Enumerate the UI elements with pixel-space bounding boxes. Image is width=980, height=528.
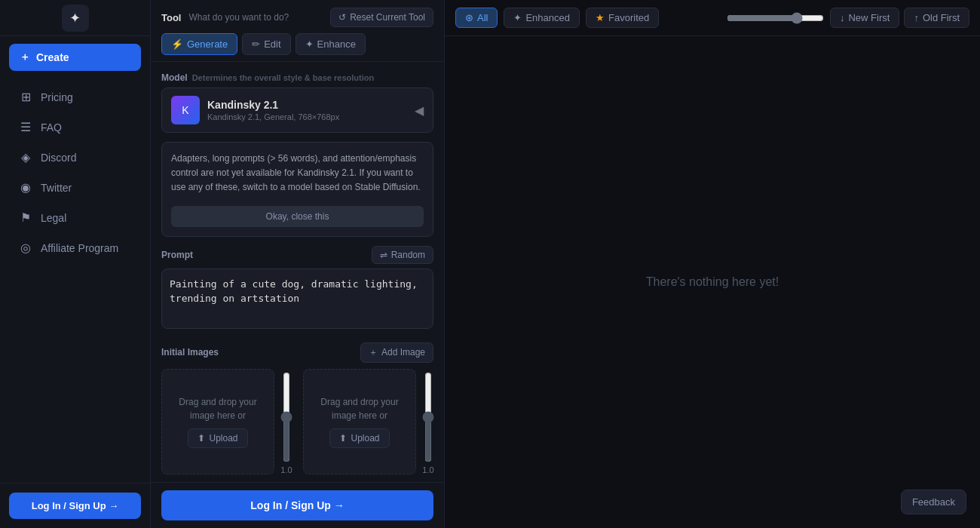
slot-slider-container-0: 1.0 <box>279 369 294 477</box>
prompt-textarea[interactable]: Painting of a cute dog, dramatic lightin… <box>161 269 433 329</box>
sidebar-login-label: Log In / Sign Up → <box>32 500 119 511</box>
model-avatar-letter: K <box>182 104 188 116</box>
content-toolbar: ⊛All✦Enhanced★Favorited↓New First↑Old Fi… <box>445 0 980 36</box>
sidebar-item-label-discord: Discord <box>41 152 76 164</box>
content-empty: There's nothing here yet! <box>445 36 980 528</box>
image-slots-container: Drag and drop your image here or ⬆ Uploa… <box>161 369 433 477</box>
reset-icon: ↺ <box>338 12 346 23</box>
enhanced-icon: ✦ <box>513 12 522 23</box>
new-first-icon: ↓ <box>840 12 845 23</box>
faq-icon: ☰ <box>18 120 33 134</box>
model-avatar: K <box>171 96 200 124</box>
main-login-label: Log In / Sign Up → <box>250 499 344 511</box>
toolbar: Tool What do you want to do? ↺ Reset Cur… <box>151 0 444 62</box>
image-slot-1[interactable]: Drag and drop your image here or ⬆ Uploa… <box>303 369 416 474</box>
upload-button-1[interactable]: ⬆ Upload <box>329 428 389 448</box>
sidebar-item-label-legal: Legal <box>41 212 66 224</box>
create-button[interactable]: ＋ Create <box>9 44 141 71</box>
upload-icon-1: ⬆ <box>339 433 347 444</box>
sidebar-item-legal[interactable]: ⚑ Legal <box>6 203 144 232</box>
sidebar-item-pricing[interactable]: ⊞ Pricing <box>6 82 144 112</box>
sidebar-item-label-pricing: Pricing <box>41 91 73 103</box>
feedback-label: Feedback <box>912 496 955 508</box>
main-panel: Tool What do you want to do? ↺ Reset Cur… <box>151 0 445 528</box>
model-section-label: Model Determines the overall style & bas… <box>161 72 433 83</box>
sort-old-first-button[interactable]: ↑Old First <box>904 8 969 28</box>
sidebar-footer: Log In / Sign Up → <box>0 483 150 528</box>
sidebar-logo: ✦ <box>0 0 150 36</box>
favorited-icon: ★ <box>596 12 605 23</box>
toolbar-top: Tool What do you want to do? ↺ Reset Cur… <box>161 8 433 27</box>
toolbar-actions: ⚡Generate✏Edit✦Enhance <box>161 33 433 55</box>
enhance-icon: ✦ <box>305 38 314 50</box>
sort-new-first-button[interactable]: ↓New First <box>830 8 899 28</box>
upload-icon-0: ⬆ <box>198 433 205 444</box>
panel-content: Model Determines the overall style & bas… <box>151 62 444 482</box>
plus-icon: ＋ <box>20 51 30 64</box>
sidebar-login-button[interactable]: Log In / Sign Up → <box>9 493 141 519</box>
reset-button[interactable]: ↺ Reset Current Tool <box>330 8 433 27</box>
generate-button[interactable]: ⚡Generate <box>161 33 237 55</box>
all-icon: ⊛ <box>465 12 473 23</box>
tool-hint: What do you want to do? <box>188 12 289 23</box>
random-icon: ⇌ <box>380 250 387 260</box>
sidebar-item-label-faq: FAQ <box>41 121 62 134</box>
prompt-section-label: Prompt <box>161 250 193 260</box>
image-slot-wrapper-0: Drag and drop your image here or ⬆ Uploa… <box>161 369 294 477</box>
warning-text: Adapters, long prompts (> 56 words), and… <box>171 152 424 195</box>
filter-favorited-button[interactable]: ★Favorited <box>586 8 659 28</box>
sidebar-item-label-twitter: Twitter <box>41 182 72 194</box>
image-slot-text-1: Drag and drop your image here or <box>313 395 406 422</box>
sidebar: ✦ ＋ Create ⊞ Pricing ☰ FAQ ◈ Discord ◉ T… <box>0 0 151 528</box>
slot-value-1: 1.0 <box>422 465 433 474</box>
slot-value-0: 1.0 <box>280 465 292 474</box>
filter-enhanced-button[interactable]: ✦Enhanced <box>504 8 580 28</box>
initial-images-label: Initial Images <box>161 347 219 358</box>
close-warning-button[interactable]: Okay, close this <box>171 206 424 227</box>
sidebar-nav: ⊞ Pricing ☰ FAQ ◈ Discord ◉ Twitter ⚑ Le… <box>0 78 150 483</box>
random-label: Random <box>391 250 425 260</box>
model-section-hint: Determines the overall style & base reso… <box>192 73 374 82</box>
enhance-button[interactable]: ✦Enhance <box>296 33 366 55</box>
app-logo-icon: ✦ <box>62 5 89 32</box>
feedback-button[interactable]: Feedback <box>901 490 966 514</box>
filter-all-button[interactable]: ⊛All <box>455 8 498 28</box>
image-slot-0[interactable]: Drag and drop your image here or ⬆ Uploa… <box>161 369 274 474</box>
model-selector[interactable]: K Kandinsky 2.1 Kandinsky 2.1, General, … <box>161 87 433 133</box>
image-slot-text-0: Drag and drop your image here or <box>171 395 265 422</box>
tool-label: Tool <box>161 12 181 23</box>
sort-slider[interactable] <box>727 12 824 24</box>
sidebar-item-label-affiliate: Affiliate Program <box>41 242 118 254</box>
random-button[interactable]: ⇌ Random <box>372 246 433 264</box>
image-slot-wrapper-1: Drag and drop your image here or ⬆ Uploa… <box>303 369 436 477</box>
legal-icon: ⚑ <box>18 210 33 225</box>
slot-slider-0[interactable] <box>279 372 294 462</box>
close-warning-label: Okay, close this <box>266 211 329 222</box>
affiliate-icon: ◎ <box>18 241 33 255</box>
warning-box: Adapters, long prompts (> 56 words), and… <box>161 142 433 237</box>
slot-slider-1[interactable] <box>421 372 436 462</box>
sort-slider-container <box>727 12 824 24</box>
sidebar-item-faq[interactable]: ☰ FAQ <box>6 112 144 142</box>
edit-button[interactable]: ✏Edit <box>242 33 290 55</box>
add-image-button[interactable]: ＋ Add Image <box>360 342 433 363</box>
sidebar-item-discord[interactable]: ◈ Discord <box>6 143 144 172</box>
sidebar-item-affiliate[interactable]: ◎ Affiliate Program <box>6 233 144 262</box>
sort-buttons: ↓New First↑Old First <box>830 8 969 28</box>
slot-slider-container-1: 1.0 <box>421 369 436 477</box>
upload-button-0[interactable]: ⬆ Upload <box>188 428 247 448</box>
prompt-header: Prompt ⇌ Random <box>161 246 433 264</box>
initial-images-header: Initial Images ＋ Add Image <box>161 342 433 363</box>
content-area: ⊛All✦Enhanced★Favorited↓New First↑Old Fi… <box>445 0 980 528</box>
model-sub: Kandinsky 2.1, General, 768×768px <box>207 112 339 121</box>
discord-icon: ◈ <box>18 150 33 164</box>
model-name: Kandinsky 2.1 <box>207 99 339 111</box>
sidebar-item-twitter[interactable]: ◉ Twitter <box>6 173 144 202</box>
empty-text: There's nothing here yet! <box>646 275 779 289</box>
reset-label: Reset Current Tool <box>350 12 425 23</box>
model-info: Kandinsky 2.1 Kandinsky 2.1, General, 76… <box>207 99 339 121</box>
main-login-button[interactable]: Log In / Sign Up → <box>161 490 433 520</box>
edit-icon: ✏ <box>252 38 260 50</box>
add-image-icon: ＋ <box>369 346 378 359</box>
pricing-icon: ⊞ <box>18 90 33 104</box>
